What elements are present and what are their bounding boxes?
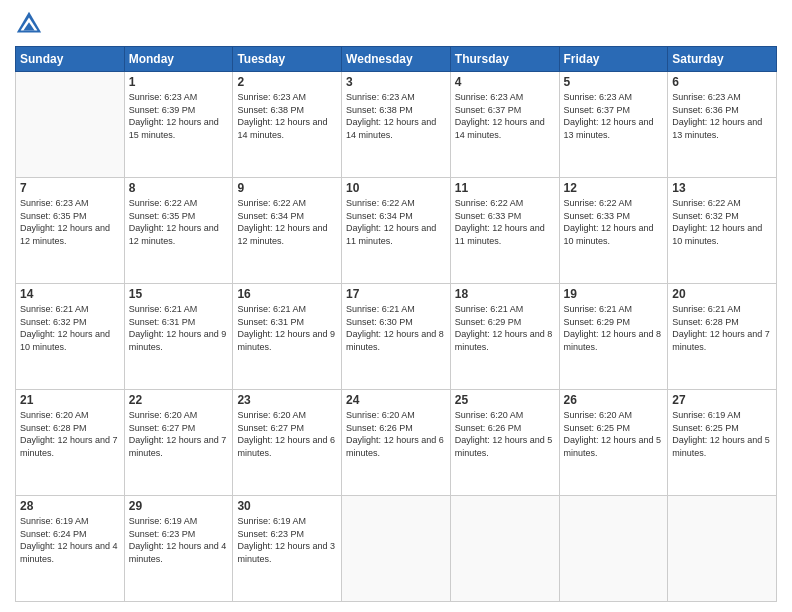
day-cell: 30Sunrise: 6:19 AM Sunset: 6:23 PM Dayli… [233,496,342,602]
day-cell: 12Sunrise: 6:22 AM Sunset: 6:33 PM Dayli… [559,178,668,284]
day-info: Sunrise: 6:22 AM Sunset: 6:33 PM Dayligh… [455,197,555,247]
week-row-2: 7Sunrise: 6:23 AM Sunset: 6:35 PM Daylig… [16,178,777,284]
logo-icon [15,10,43,38]
day-cell: 23Sunrise: 6:20 AM Sunset: 6:27 PM Dayli… [233,390,342,496]
day-number: 5 [564,75,664,89]
day-info: Sunrise: 6:23 AM Sunset: 6:38 PM Dayligh… [237,91,337,141]
day-cell [450,496,559,602]
day-number: 22 [129,393,229,407]
day-cell: 25Sunrise: 6:20 AM Sunset: 6:26 PM Dayli… [450,390,559,496]
day-number: 29 [129,499,229,513]
day-cell: 11Sunrise: 6:22 AM Sunset: 6:33 PM Dayli… [450,178,559,284]
day-cell: 22Sunrise: 6:20 AM Sunset: 6:27 PM Dayli… [124,390,233,496]
day-number: 23 [237,393,337,407]
day-number: 13 [672,181,772,195]
day-info: Sunrise: 6:19 AM Sunset: 6:25 PM Dayligh… [672,409,772,459]
week-row-1: 1Sunrise: 6:23 AM Sunset: 6:39 PM Daylig… [16,72,777,178]
day-number: 16 [237,287,337,301]
day-number: 15 [129,287,229,301]
day-cell: 26Sunrise: 6:20 AM Sunset: 6:25 PM Dayli… [559,390,668,496]
day-number: 26 [564,393,664,407]
day-number: 30 [237,499,337,513]
weekday-header-row: SundayMondayTuesdayWednesdayThursdayFrid… [16,47,777,72]
day-info: Sunrise: 6:22 AM Sunset: 6:34 PM Dayligh… [346,197,446,247]
day-info: Sunrise: 6:19 AM Sunset: 6:24 PM Dayligh… [20,515,120,565]
header [15,10,777,38]
day-number: 1 [129,75,229,89]
weekday-saturday: Saturday [668,47,777,72]
day-cell: 29Sunrise: 6:19 AM Sunset: 6:23 PM Dayli… [124,496,233,602]
weekday-friday: Friday [559,47,668,72]
day-info: Sunrise: 6:20 AM Sunset: 6:26 PM Dayligh… [455,409,555,459]
day-cell: 2Sunrise: 6:23 AM Sunset: 6:38 PM Daylig… [233,72,342,178]
day-cell: 13Sunrise: 6:22 AM Sunset: 6:32 PM Dayli… [668,178,777,284]
weekday-monday: Monday [124,47,233,72]
day-number: 3 [346,75,446,89]
day-number: 25 [455,393,555,407]
day-info: Sunrise: 6:21 AM Sunset: 6:31 PM Dayligh… [237,303,337,353]
day-number: 4 [455,75,555,89]
page: SundayMondayTuesdayWednesdayThursdayFrid… [0,0,792,612]
day-info: Sunrise: 6:23 AM Sunset: 6:36 PM Dayligh… [672,91,772,141]
day-info: Sunrise: 6:21 AM Sunset: 6:30 PM Dayligh… [346,303,446,353]
day-info: Sunrise: 6:22 AM Sunset: 6:33 PM Dayligh… [564,197,664,247]
day-number: 19 [564,287,664,301]
day-info: Sunrise: 6:20 AM Sunset: 6:27 PM Dayligh… [129,409,229,459]
day-info: Sunrise: 6:23 AM Sunset: 6:35 PM Dayligh… [20,197,120,247]
day-info: Sunrise: 6:19 AM Sunset: 6:23 PM Dayligh… [237,515,337,565]
day-info: Sunrise: 6:21 AM Sunset: 6:32 PM Dayligh… [20,303,120,353]
calendar: SundayMondayTuesdayWednesdayThursdayFrid… [15,46,777,602]
day-number: 2 [237,75,337,89]
week-row-5: 28Sunrise: 6:19 AM Sunset: 6:24 PM Dayli… [16,496,777,602]
day-cell: 8Sunrise: 6:22 AM Sunset: 6:35 PM Daylig… [124,178,233,284]
day-cell: 18Sunrise: 6:21 AM Sunset: 6:29 PM Dayli… [450,284,559,390]
day-info: Sunrise: 6:20 AM Sunset: 6:26 PM Dayligh… [346,409,446,459]
day-cell: 20Sunrise: 6:21 AM Sunset: 6:28 PM Dayli… [668,284,777,390]
day-number: 8 [129,181,229,195]
day-info: Sunrise: 6:22 AM Sunset: 6:35 PM Dayligh… [129,197,229,247]
day-number: 14 [20,287,120,301]
day-number: 7 [20,181,120,195]
day-info: Sunrise: 6:21 AM Sunset: 6:29 PM Dayligh… [455,303,555,353]
day-number: 10 [346,181,446,195]
day-number: 18 [455,287,555,301]
weekday-tuesday: Tuesday [233,47,342,72]
day-number: 27 [672,393,772,407]
day-info: Sunrise: 6:20 AM Sunset: 6:27 PM Dayligh… [237,409,337,459]
weekday-thursday: Thursday [450,47,559,72]
day-cell: 10Sunrise: 6:22 AM Sunset: 6:34 PM Dayli… [342,178,451,284]
day-number: 9 [237,181,337,195]
week-row-4: 21Sunrise: 6:20 AM Sunset: 6:28 PM Dayli… [16,390,777,496]
day-info: Sunrise: 6:23 AM Sunset: 6:38 PM Dayligh… [346,91,446,141]
day-number: 24 [346,393,446,407]
day-info: Sunrise: 6:21 AM Sunset: 6:31 PM Dayligh… [129,303,229,353]
day-cell [668,496,777,602]
day-cell: 7Sunrise: 6:23 AM Sunset: 6:35 PM Daylig… [16,178,125,284]
logo [15,10,47,38]
day-cell: 24Sunrise: 6:20 AM Sunset: 6:26 PM Dayli… [342,390,451,496]
day-cell [16,72,125,178]
day-number: 12 [564,181,664,195]
day-cell [342,496,451,602]
day-cell: 28Sunrise: 6:19 AM Sunset: 6:24 PM Dayli… [16,496,125,602]
calendar-body: 1Sunrise: 6:23 AM Sunset: 6:39 PM Daylig… [16,72,777,602]
day-cell: 17Sunrise: 6:21 AM Sunset: 6:30 PM Dayli… [342,284,451,390]
day-cell: 3Sunrise: 6:23 AM Sunset: 6:38 PM Daylig… [342,72,451,178]
day-info: Sunrise: 6:20 AM Sunset: 6:28 PM Dayligh… [20,409,120,459]
day-number: 17 [346,287,446,301]
day-number: 6 [672,75,772,89]
day-number: 20 [672,287,772,301]
day-cell: 14Sunrise: 6:21 AM Sunset: 6:32 PM Dayli… [16,284,125,390]
day-info: Sunrise: 6:19 AM Sunset: 6:23 PM Dayligh… [129,515,229,565]
week-row-3: 14Sunrise: 6:21 AM Sunset: 6:32 PM Dayli… [16,284,777,390]
day-cell: 4Sunrise: 6:23 AM Sunset: 6:37 PM Daylig… [450,72,559,178]
day-number: 28 [20,499,120,513]
day-cell: 6Sunrise: 6:23 AM Sunset: 6:36 PM Daylig… [668,72,777,178]
day-info: Sunrise: 6:20 AM Sunset: 6:25 PM Dayligh… [564,409,664,459]
day-number: 11 [455,181,555,195]
day-info: Sunrise: 6:21 AM Sunset: 6:28 PM Dayligh… [672,303,772,353]
day-cell: 9Sunrise: 6:22 AM Sunset: 6:34 PM Daylig… [233,178,342,284]
day-info: Sunrise: 6:23 AM Sunset: 6:39 PM Dayligh… [129,91,229,141]
day-cell: 21Sunrise: 6:20 AM Sunset: 6:28 PM Dayli… [16,390,125,496]
day-info: Sunrise: 6:22 AM Sunset: 6:34 PM Dayligh… [237,197,337,247]
